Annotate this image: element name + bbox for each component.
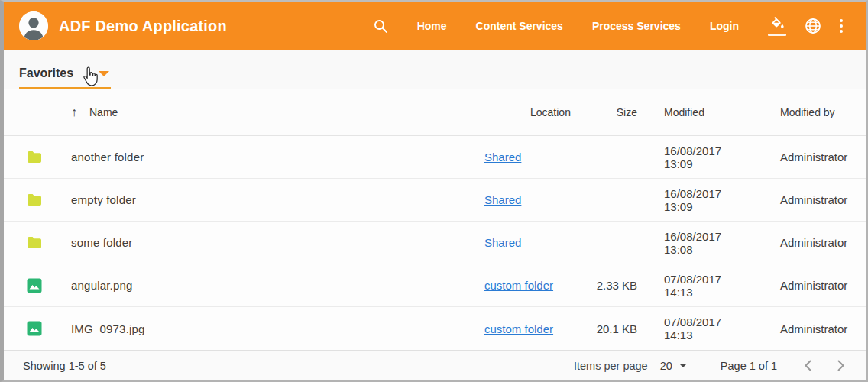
file-type-cell <box>27 236 71 249</box>
location-link[interactable]: custom folder <box>484 322 553 335</box>
nav-content-services[interactable]: Content Services <box>476 20 563 32</box>
file-type-cell <box>27 193 71 206</box>
column-header-size[interactable]: Size <box>591 106 637 118</box>
file-name: empty folder <box>71 193 484 206</box>
modified-by: Administrator <box>748 279 847 292</box>
file-size: 20.1 KB <box>591 322 637 335</box>
table-row[interactable]: angular.png custom folder 2.33 KB 07/08/… <box>4 264 866 307</box>
file-name: IMG_0973.jpg <box>71 322 484 335</box>
sort-ascending-icon: ↑ <box>71 105 77 119</box>
location-cell: custom folder <box>484 279 591 292</box>
location-cell: custom folder <box>484 322 591 335</box>
modified-by: Administrator <box>748 236 847 249</box>
table-row[interactable]: some folder Shared 16/08/2017 13:08 Admi… <box>4 222 866 264</box>
app-title: ADF Demo Application <box>59 18 227 35</box>
location-link[interactable]: Shared <box>484 193 521 206</box>
image-icon <box>27 321 42 336</box>
folder-icon <box>27 236 42 249</box>
document-list: ↑ Name Location Size Modified Modified b… <box>4 89 866 350</box>
nav-login[interactable]: Login <box>710 20 739 32</box>
folder-icon <box>27 151 42 163</box>
location-cell: Shared <box>484 193 591 206</box>
table-header-row: ↑ Name Location Size Modified Modified b… <box>4 89 866 136</box>
page-info-label: Page 1 of 1 <box>721 360 777 372</box>
paginator: Showing 1-5 of 5 Items per page 20 Page … <box>4 350 866 380</box>
app-header: ADF Demo Application Home Content Servic… <box>4 2 866 50</box>
pager-controls: Items per page 20 Page 1 of 1 <box>574 360 844 372</box>
person-icon <box>19 11 48 40</box>
showing-range-label: Showing 1-5 of 5 <box>23 360 106 372</box>
modified-date: 16/08/2017 13:08 <box>637 230 748 256</box>
view-toolbar: Favorites <box>4 50 866 89</box>
image-icon <box>27 278 42 293</box>
table-row[interactable]: empty folder Shared 16/08/2017 13:09 Adm… <box>4 179 866 222</box>
page-nav <box>805 360 844 371</box>
app-window: ADF Demo Application Home Content Servic… <box>0 0 868 382</box>
modified-by: Administrator <box>748 193 847 206</box>
user-avatar[interactable] <box>19 11 48 40</box>
appbar-nav: Home Content Services Process Services L… <box>373 17 843 36</box>
items-per-page-value: 20 <box>660 360 672 372</box>
modified-date: 16/08/2017 13:09 <box>637 144 748 170</box>
language-globe-icon[interactable] <box>805 18 821 34</box>
items-per-page-label: Items per page <box>574 360 648 372</box>
page-title: Favorites <box>19 66 73 80</box>
column-header-name[interactable]: ↑ Name <box>71 105 484 119</box>
column-header-location[interactable]: Location <box>484 106 591 118</box>
file-type-cell <box>27 151 71 163</box>
file-name: angular.png <box>71 279 484 292</box>
location-link[interactable]: Shared <box>484 236 521 249</box>
modified-date: 16/08/2017 13:09 <box>637 187 748 213</box>
dropdown-caret-icon <box>99 71 109 76</box>
previous-page-icon[interactable] <box>805 360 811 371</box>
favorites-dropdown[interactable]: Favorites <box>19 66 111 89</box>
theme-underline <box>768 34 786 36</box>
appbar-icon-cluster <box>768 17 843 36</box>
file-type-cell <box>27 278 71 293</box>
location-link[interactable]: Shared <box>484 151 521 163</box>
folder-icon <box>27 193 42 206</box>
file-name: some folder <box>71 236 484 249</box>
nav-process-services[interactable]: Process Services <box>592 20 681 32</box>
modified-by: Administrator <box>748 322 847 335</box>
location-cell: Shared <box>484 236 591 249</box>
modified-date: 07/08/2017 14:13 <box>637 273 748 299</box>
location-link[interactable]: custom folder <box>484 279 553 292</box>
file-type-cell <box>27 321 71 336</box>
file-name: another folder <box>71 151 484 163</box>
file-size: 2.33 KB <box>591 279 637 292</box>
next-page-icon[interactable] <box>837 360 844 371</box>
column-header-modified[interactable]: Modified <box>637 106 748 118</box>
items-per-page-caret-icon <box>679 364 687 367</box>
search-icon[interactable] <box>373 18 388 34</box>
more-menu-icon[interactable] <box>840 19 843 33</box>
nav-home[interactable]: Home <box>417 20 447 32</box>
table-row[interactable]: another folder Shared 16/08/2017 13:09 A… <box>4 136 866 179</box>
location-cell: Shared <box>484 151 591 163</box>
modified-date: 07/08/2017 14:13 <box>637 316 748 342</box>
column-header-modified-by[interactable]: Modified by <box>748 106 847 118</box>
theme-picker-icon[interactable] <box>768 17 786 36</box>
table-row[interactable]: IMG_0973.jpg custom folder 20.1 KB 07/08… <box>4 307 866 350</box>
items-per-page-select[interactable]: 20 <box>660 360 687 372</box>
modified-by: Administrator <box>748 151 847 163</box>
